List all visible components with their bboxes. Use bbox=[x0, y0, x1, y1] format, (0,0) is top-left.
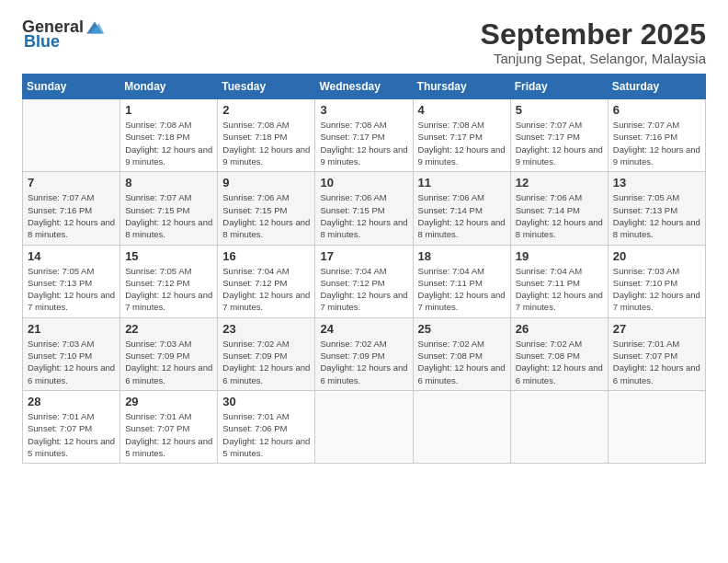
day-number: 1 bbox=[125, 103, 212, 117]
day-number: 18 bbox=[418, 249, 506, 263]
calendar-cell: 21Sunrise: 7:03 AM Sunset: 7:10 PM Dayli… bbox=[23, 317, 120, 390]
day-sun-info: Sunrise: 7:01 AM Sunset: 7:07 PM Dayligh… bbox=[28, 410, 115, 459]
calendar-cell: 29Sunrise: 7:01 AM Sunset: 7:07 PM Dayli… bbox=[120, 390, 218, 463]
day-sun-info: Sunrise: 7:04 AM Sunset: 7:11 PM Dayligh… bbox=[516, 265, 603, 314]
calendar-cell: 19Sunrise: 7:04 AM Sunset: 7:11 PM Dayli… bbox=[510, 245, 608, 317]
calendar-cell: 24Sunrise: 7:02 AM Sunset: 7:09 PM Dayli… bbox=[315, 317, 413, 390]
day-sun-info: Sunrise: 7:08 AM Sunset: 7:18 PM Dayligh… bbox=[125, 119, 212, 167]
calendar-cell: 9Sunrise: 7:06 AM Sunset: 7:15 PM Daylig… bbox=[218, 172, 315, 245]
day-sun-info: Sunrise: 7:05 AM Sunset: 7:13 PM Dayligh… bbox=[613, 191, 700, 240]
calendar-cell: 12Sunrise: 7:06 AM Sunset: 7:14 PM Dayli… bbox=[510, 172, 608, 245]
weekday-header-friday: Friday bbox=[510, 75, 608, 99]
page-header: General Blue September 2025 Tanjung Sepa… bbox=[22, 18, 706, 66]
day-number: 5 bbox=[516, 103, 603, 117]
day-sun-info: Sunrise: 7:02 AM Sunset: 7:08 PM Dayligh… bbox=[418, 338, 506, 386]
day-sun-info: Sunrise: 7:07 AM Sunset: 7:16 PM Dayligh… bbox=[613, 119, 700, 167]
day-number: 11 bbox=[418, 176, 506, 190]
day-number: 6 bbox=[613, 103, 700, 117]
calendar-cell bbox=[23, 99, 120, 172]
calendar-cell: 15Sunrise: 7:05 AM Sunset: 7:12 PM Dayli… bbox=[120, 245, 218, 317]
calendar-cell: 10Sunrise: 7:06 AM Sunset: 7:15 PM Dayli… bbox=[315, 172, 413, 245]
day-number: 27 bbox=[613, 322, 700, 336]
day-sun-info: Sunrise: 7:02 AM Sunset: 7:08 PM Dayligh… bbox=[516, 338, 603, 386]
day-sun-info: Sunrise: 7:01 AM Sunset: 7:07 PM Dayligh… bbox=[125, 410, 212, 459]
day-sun-info: Sunrise: 7:08 AM Sunset: 7:17 PM Dayligh… bbox=[418, 119, 506, 167]
calendar-cell: 7Sunrise: 7:07 AM Sunset: 7:16 PM Daylig… bbox=[23, 172, 120, 245]
calendar-cell: 17Sunrise: 7:04 AM Sunset: 7:12 PM Dayli… bbox=[315, 245, 413, 317]
calendar-cell bbox=[315, 390, 413, 463]
weekday-header-thursday: Thursday bbox=[413, 75, 510, 99]
day-sun-info: Sunrise: 7:03 AM Sunset: 7:10 PM Dayligh… bbox=[28, 338, 115, 386]
calendar-cell: 18Sunrise: 7:04 AM Sunset: 7:11 PM Dayli… bbox=[413, 245, 510, 317]
calendar-cell: 28Sunrise: 7:01 AM Sunset: 7:07 PM Dayli… bbox=[23, 390, 120, 463]
calendar-cell: 27Sunrise: 7:01 AM Sunset: 7:07 PM Dayli… bbox=[608, 317, 705, 390]
calendar-cell: 6Sunrise: 7:07 AM Sunset: 7:16 PM Daylig… bbox=[608, 99, 705, 172]
day-sun-info: Sunrise: 7:07 AM Sunset: 7:15 PM Dayligh… bbox=[125, 191, 212, 240]
calendar-table: SundayMondayTuesdayWednesdayThursdayFrid… bbox=[22, 74, 706, 464]
day-number: 30 bbox=[222, 395, 310, 408]
day-sun-info: Sunrise: 7:02 AM Sunset: 7:09 PM Dayligh… bbox=[320, 338, 407, 386]
day-sun-info: Sunrise: 7:03 AM Sunset: 7:10 PM Dayligh… bbox=[613, 265, 700, 314]
day-number: 29 bbox=[125, 395, 212, 408]
day-sun-info: Sunrise: 7:06 AM Sunset: 7:14 PM Dayligh… bbox=[516, 191, 603, 240]
title-block: September 2025 Tanjung Sepat, Selangor, … bbox=[481, 18, 706, 66]
day-number: 9 bbox=[222, 176, 310, 190]
calendar-week-row: 7Sunrise: 7:07 AM Sunset: 7:16 PM Daylig… bbox=[23, 172, 706, 245]
day-sun-info: Sunrise: 7:07 AM Sunset: 7:16 PM Dayligh… bbox=[28, 191, 115, 240]
calendar-cell: 23Sunrise: 7:02 AM Sunset: 7:09 PM Dayli… bbox=[218, 317, 315, 390]
day-number: 4 bbox=[418, 103, 506, 117]
day-number: 17 bbox=[320, 249, 407, 263]
calendar-week-row: 1Sunrise: 7:08 AM Sunset: 7:18 PM Daylig… bbox=[23, 99, 706, 172]
day-sun-info: Sunrise: 7:06 AM Sunset: 7:15 PM Dayligh… bbox=[320, 191, 407, 240]
day-number: 26 bbox=[516, 322, 603, 336]
day-number: 13 bbox=[613, 176, 700, 190]
calendar-cell: 26Sunrise: 7:02 AM Sunset: 7:08 PM Dayli… bbox=[510, 317, 608, 390]
day-number: 12 bbox=[516, 176, 603, 190]
day-number: 19 bbox=[516, 249, 603, 263]
day-number: 16 bbox=[222, 249, 310, 263]
day-sun-info: Sunrise: 7:08 AM Sunset: 7:17 PM Dayligh… bbox=[320, 119, 407, 167]
weekday-header-tuesday: Tuesday bbox=[218, 75, 315, 99]
calendar-cell: 11Sunrise: 7:06 AM Sunset: 7:14 PM Dayli… bbox=[413, 172, 510, 245]
calendar-cell: 14Sunrise: 7:05 AM Sunset: 7:13 PM Dayli… bbox=[23, 245, 120, 317]
calendar-week-row: 28Sunrise: 7:01 AM Sunset: 7:07 PM Dayli… bbox=[23, 390, 706, 463]
weekday-header-sunday: Sunday bbox=[23, 75, 120, 99]
day-number: 24 bbox=[320, 322, 407, 336]
calendar-cell: 20Sunrise: 7:03 AM Sunset: 7:10 PM Dayli… bbox=[608, 245, 705, 317]
day-number: 3 bbox=[320, 103, 407, 117]
calendar-cell bbox=[608, 390, 705, 463]
calendar-cell bbox=[413, 390, 510, 463]
calendar-cell: 4Sunrise: 7:08 AM Sunset: 7:17 PM Daylig… bbox=[413, 99, 510, 172]
day-sun-info: Sunrise: 7:04 AM Sunset: 7:12 PM Dayligh… bbox=[320, 265, 407, 314]
day-sun-info: Sunrise: 7:08 AM Sunset: 7:18 PM Dayligh… bbox=[222, 119, 310, 167]
day-number: 8 bbox=[125, 176, 212, 190]
day-number: 7 bbox=[28, 176, 115, 190]
calendar-cell: 5Sunrise: 7:07 AM Sunset: 7:17 PM Daylig… bbox=[510, 99, 608, 172]
day-sun-info: Sunrise: 7:01 AM Sunset: 7:06 PM Dayligh… bbox=[222, 410, 310, 459]
month-title: September 2025 bbox=[481, 18, 706, 51]
day-sun-info: Sunrise: 7:05 AM Sunset: 7:13 PM Dayligh… bbox=[28, 265, 115, 314]
calendar-cell: 3Sunrise: 7:08 AM Sunset: 7:17 PM Daylig… bbox=[315, 99, 413, 172]
logo-blue: Blue bbox=[24, 33, 60, 52]
calendar-week-row: 21Sunrise: 7:03 AM Sunset: 7:10 PM Dayli… bbox=[23, 317, 706, 390]
day-sun-info: Sunrise: 7:04 AM Sunset: 7:12 PM Dayligh… bbox=[222, 265, 310, 314]
day-number: 14 bbox=[28, 249, 115, 263]
weekday-header-saturday: Saturday bbox=[608, 75, 705, 99]
weekday-header-monday: Monday bbox=[120, 75, 218, 99]
calendar-cell: 25Sunrise: 7:02 AM Sunset: 7:08 PM Dayli… bbox=[413, 317, 510, 390]
day-number: 15 bbox=[125, 249, 212, 263]
calendar-cell: 22Sunrise: 7:03 AM Sunset: 7:09 PM Dayli… bbox=[120, 317, 218, 390]
weekday-header-row: SundayMondayTuesdayWednesdayThursdayFrid… bbox=[23, 75, 706, 99]
calendar-cell: 30Sunrise: 7:01 AM Sunset: 7:06 PM Dayli… bbox=[218, 390, 315, 463]
day-sun-info: Sunrise: 7:04 AM Sunset: 7:11 PM Dayligh… bbox=[418, 265, 506, 314]
day-number: 22 bbox=[125, 322, 212, 336]
day-number: 23 bbox=[222, 322, 310, 336]
day-sun-info: Sunrise: 7:06 AM Sunset: 7:15 PM Dayligh… bbox=[222, 191, 310, 240]
calendar-cell bbox=[510, 390, 608, 463]
day-number: 10 bbox=[320, 176, 407, 190]
day-number: 21 bbox=[28, 322, 115, 336]
calendar-week-row: 14Sunrise: 7:05 AM Sunset: 7:13 PM Dayli… bbox=[23, 245, 706, 317]
day-sun-info: Sunrise: 7:03 AM Sunset: 7:09 PM Dayligh… bbox=[125, 338, 212, 386]
day-sun-info: Sunrise: 7:01 AM Sunset: 7:07 PM Dayligh… bbox=[613, 338, 700, 386]
day-number: 20 bbox=[613, 249, 700, 263]
